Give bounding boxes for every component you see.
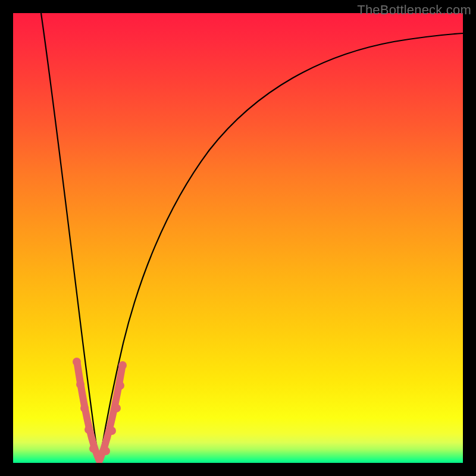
- plot-area: [13, 13, 463, 463]
- svg-point-8: [112, 404, 121, 412]
- svg-point-7: [108, 427, 116, 435]
- svg-point-1: [76, 380, 84, 389]
- svg-point-9: [116, 381, 124, 390]
- svg-point-6: [102, 447, 110, 455]
- svg-point-2: [80, 404, 89, 412]
- curve-layer: [13, 13, 463, 463]
- watermark-label: TheBottleneck.com: [357, 2, 471, 18]
- svg-point-3: [84, 425, 93, 434]
- curve-left-branch: [41, 13, 99, 462]
- curve-right-branch: [99, 33, 463, 462]
- svg-point-10: [118, 361, 127, 369]
- chart-frame: TheBottleneck.com: [0, 0, 476, 476]
- svg-point-4: [89, 444, 98, 453]
- svg-point-0: [73, 358, 81, 366]
